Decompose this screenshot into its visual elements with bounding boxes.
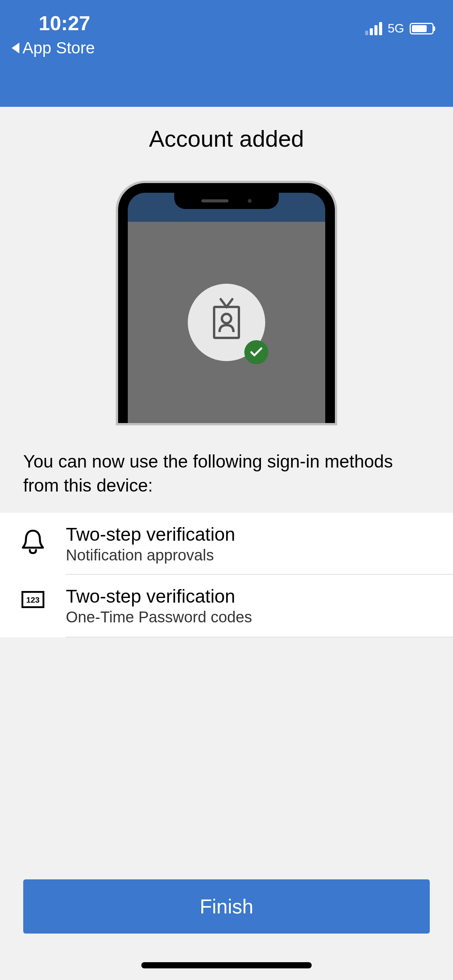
method-subtitle: One-Time Password codes <box>66 608 432 626</box>
signal-strength-icon <box>365 22 382 35</box>
code-box-icon: 123 <box>21 590 45 609</box>
method-title: Two-step verification <box>66 586 432 607</box>
network-type: 5G <box>388 21 404 36</box>
bell-icon <box>21 528 45 555</box>
method-notification-approvals: Two-step verification Notification appro… <box>0 513 453 575</box>
battery-icon <box>410 23 434 34</box>
svg-point-1 <box>222 314 231 323</box>
status-bar: 10:27 App Store 5G <box>0 0 453 57</box>
methods-list: Two-step verification Notification appro… <box>0 513 453 637</box>
checkmark-badge-icon <box>244 340 268 364</box>
finish-button[interactable]: Finish <box>23 879 430 934</box>
method-otp-codes: 123 Two-step verification One-Time Passw… <box>0 575 453 637</box>
phone-illustration <box>0 183 453 423</box>
method-subtitle: Notification approvals <box>66 547 432 564</box>
svg-text:123: 123 <box>26 596 39 605</box>
status-time: 10:27 <box>39 12 95 35</box>
back-label: App Store <box>22 39 95 57</box>
page-title: Account added <box>0 125 453 152</box>
chevron-left-icon <box>12 43 19 53</box>
description-text: You can now use the following sign-in me… <box>0 423 453 513</box>
back-to-app-store[interactable]: App Store <box>12 39 95 57</box>
method-title: Two-step verification <box>66 524 432 545</box>
header-bar: 10:27 App Store 5G <box>0 0 453 107</box>
home-indicator[interactable] <box>141 962 312 968</box>
id-badge-icon <box>188 284 265 361</box>
